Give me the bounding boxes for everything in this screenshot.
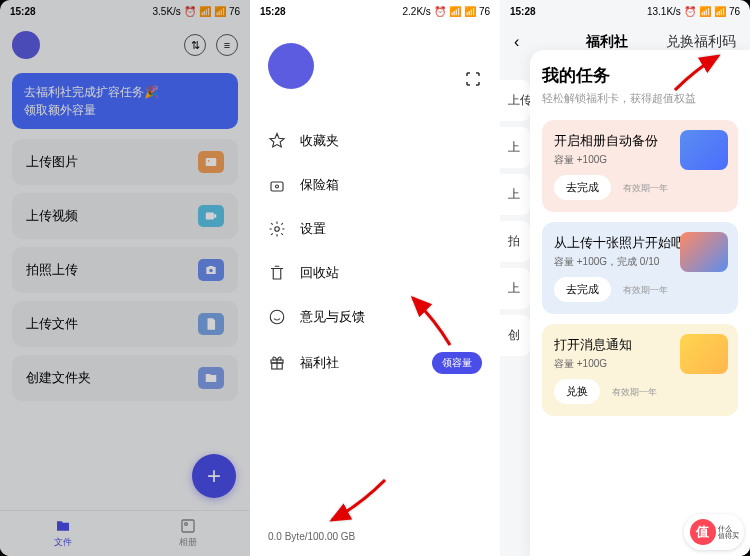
partial-item: 拍 [500,221,530,262]
video-icon [198,205,224,227]
svg-point-8 [275,227,280,232]
back-button[interactable]: ‹ [514,33,519,51]
signal-icon: 📶 [449,6,461,17]
partial-item: 创 [500,315,530,356]
svg-rect-6 [271,182,283,191]
menu-feedback[interactable]: 意见与反馈 [268,295,482,339]
task-card-upload: 从上传十张照片开始吧 容量 +100G，完成 0/10 去完成 有效期一年 [542,222,738,314]
status-time: 15:28 [10,6,36,17]
svg-rect-4 [182,520,194,532]
signal-icon: 📶 [199,6,211,17]
task-illustration [680,334,728,374]
storage-text: 0.0 Byte/100.00 GB [268,531,355,542]
svg-point-9 [270,310,284,324]
item-label: 创建文件夹 [26,369,91,387]
wifi-icon: 📶 [214,6,226,17]
transfer-icon[interactable]: ⇅ [184,34,206,56]
net-speed: 13.1K/s [647,6,681,17]
status-time: 15:28 [510,6,536,17]
svg-rect-2 [206,213,214,220]
avatar[interactable] [12,31,40,59]
svg-rect-0 [206,158,217,166]
task-expire: 有效期一年 [623,285,668,295]
promo-line2: 领取额外容量 [24,101,226,119]
battery-icon: 76 [229,6,240,17]
upload-image-item[interactable]: 上传图片 [12,139,238,185]
alarm-icon: ⏰ [684,6,696,17]
star-icon [268,132,286,150]
folder-icon [55,518,71,534]
camera-upload-item[interactable]: 拍照上传 [12,247,238,293]
svg-point-3 [209,269,213,273]
album-icon [180,518,196,534]
nav-album[interactable]: 相册 [125,511,250,556]
create-folder-item[interactable]: 创建文件夹 [12,355,238,401]
item-label: 上传文件 [26,315,78,333]
screen-drawer: 15:28 2.2K/s ⏰ 📶 📶 76 收藏夹 [250,0,500,556]
upload-video-item[interactable]: 上传视频 [12,193,238,239]
menu-label: 回收站 [300,264,339,282]
task-card-notify: 打开消息通知 容量 +100G 兑换 有效期一年 [542,324,738,416]
wifi-icon: 📶 [464,6,476,17]
task-complete-button[interactable]: 去完成 [554,277,611,302]
promo-banner[interactable]: 去福利社完成扩容任务🎉 领取额外容量 [12,73,238,129]
battery-icon: 76 [729,6,740,17]
file-icon [198,313,224,335]
trash-icon [268,264,286,282]
plus-icon: + [207,462,221,490]
partial-item: 上 [500,174,530,215]
status-bar: 15:28 2.2K/s ⏰ 📶 📶 76 [250,0,500,23]
upload-file-item[interactable]: 上传文件 [12,301,238,347]
task-expire: 有效期一年 [623,183,668,193]
bottom-nav: 文件 相册 [0,510,250,556]
status-indicators: 2.2K/s ⏰ 📶 📶 76 [403,6,490,17]
svg-point-1 [208,160,210,162]
panel-subtitle: 轻松解锁福利卡，获得超值权益 [542,91,738,106]
camera-icon [198,259,224,281]
status-indicators: 3.5K/s ⏰ 📶 📶 76 [153,6,240,17]
menu-label: 福利社 [300,354,339,372]
menu-label: 收藏夹 [300,132,339,150]
partial-item: 上 [500,268,530,309]
svg-point-5 [184,523,187,526]
top-bar: ⇅ ≡ [0,23,250,67]
screen-welfare: 15:28 13.1K/s ⏰ 📶 📶 76 ‹ 福利社 兑换福利码 上传 上 … [500,0,750,556]
task-complete-button[interactable]: 去完成 [554,175,611,200]
avatar-large[interactable] [268,43,314,89]
alarm-icon: ⏰ [184,6,196,17]
watermark-logo: 值 [690,519,716,545]
fab-add-button[interactable]: + [192,454,236,498]
menu-label: 保险箱 [300,176,339,194]
nav-files[interactable]: 文件 [0,511,125,556]
smile-icon [268,308,286,326]
menu-safe[interactable]: 保险箱 [268,163,482,207]
tab-welfare[interactable]: 福利社 [586,33,628,51]
wifi-icon: 📶 [714,6,726,17]
lock-icon [268,176,286,194]
menu-icon[interactable]: ≡ [216,34,238,56]
menu-welfare[interactable]: 福利社 领容量 [268,339,482,387]
task-expire: 有效期一年 [612,387,657,397]
task-illustration [680,130,728,170]
image-icon [198,151,224,173]
menu-settings[interactable]: 设置 [268,207,482,251]
item-label: 上传图片 [26,153,78,171]
tasks-panel: 我的任务 轻松解锁福利卡，获得超值权益 开启相册自动备份 容量 +100G 去完… [530,50,750,556]
net-speed: 2.2K/s [403,6,431,17]
panel-title: 我的任务 [542,64,738,87]
alarm-icon: ⏰ [434,6,446,17]
task-redeem-button[interactable]: 兑换 [554,379,600,404]
partial-item: 上 [500,127,530,168]
nav-label: 相册 [179,536,197,549]
gift-icon [268,354,286,372]
item-label: 上传视频 [26,207,78,225]
item-label: 拍照上传 [26,261,78,279]
status-time: 15:28 [260,6,286,17]
scan-icon[interactable] [464,70,482,88]
action-list: 上传图片 上传视频 拍照上传 上传文件 [12,139,238,401]
drawer-menu: 收藏夹 保险箱 设置 回收站 [268,119,482,387]
tab-redeem-code[interactable]: 兑换福利码 [666,33,736,51]
menu-favorites[interactable]: 收藏夹 [268,119,482,163]
menu-trash[interactable]: 回收站 [268,251,482,295]
capacity-badge[interactable]: 领容量 [432,352,482,374]
